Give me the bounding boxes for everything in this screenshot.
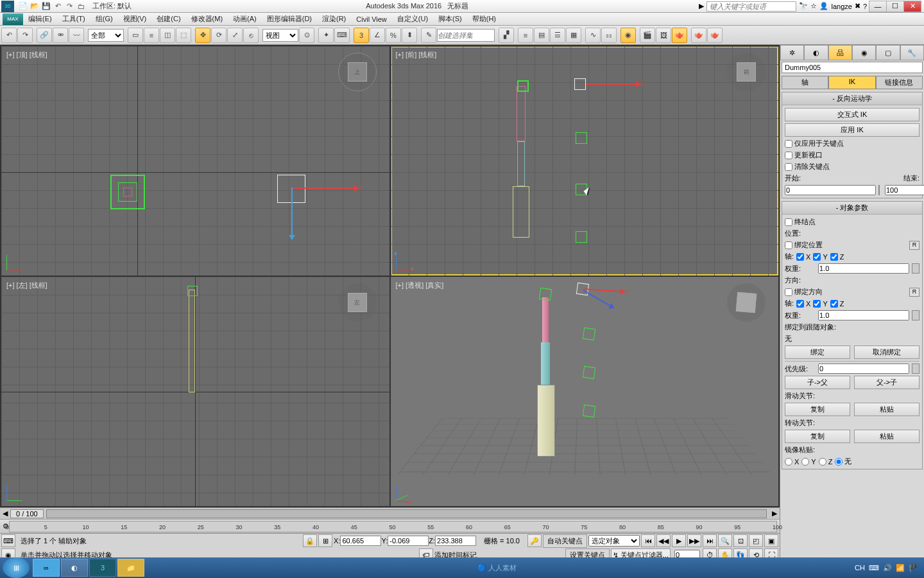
bind-space-button[interactable]: 〰	[69, 28, 84, 43]
taskbar-explorer[interactable]: 📁	[117, 559, 144, 577]
weight-pos-input[interactable]	[818, 263, 909, 274]
undo-quick-icon[interactable]: ↶	[53, 1, 63, 12]
start-button[interactable]: ⊞	[3, 557, 30, 578]
render-preset-button[interactable]: 🫖	[707, 28, 723, 43]
menu-modifiers[interactable]: 修改器(M)	[186, 13, 228, 25]
goto-start-icon[interactable]: ⏮	[641, 534, 655, 547]
tab-utilities-icon[interactable]: 🔧	[900, 45, 924, 60]
arrow-icon[interactable]: ▶	[699, 2, 704, 10]
viewport-front-label[interactable]: [+] [前] [线框]	[396, 50, 437, 60]
ribbon-button[interactable]: ▦	[566, 28, 581, 43]
viewcube-top[interactable]: 上	[338, 53, 377, 91]
reset-orient-button[interactable]: R	[909, 288, 920, 297]
select-name-button[interactable]: ≡	[144, 28, 159, 43]
x-coord-input[interactable]	[340, 536, 381, 546]
autokey-button[interactable]: 自动关键点	[543, 534, 587, 548]
taskbar-app1[interactable]: ∞	[33, 559, 60, 577]
select-rotate-button[interactable]: ⟳	[211, 28, 227, 43]
taskbar-3dsmax[interactable]: 3	[89, 559, 116, 577]
signin-icon[interactable]: 👤	[819, 2, 828, 10]
help-icon[interactable]: ?	[863, 3, 867, 10]
favorite-icon[interactable]: ☆	[810, 2, 817, 10]
help-search-input[interactable]	[706, 1, 796, 12]
prev-frame-icon[interactable]: ◀◀	[656, 534, 671, 547]
menu-customize[interactable]: 自定义(U)	[392, 13, 433, 25]
goto-end-icon[interactable]: ⏭	[703, 534, 717, 547]
mirror-z-radio[interactable]	[819, 458, 826, 466]
menu-civilview[interactable]: Civil View	[351, 14, 391, 24]
child-parent-button[interactable]: 子->父	[785, 376, 850, 389]
setkey-icon[interactable]: 🔑	[527, 534, 542, 547]
minimize-button[interactable]: —	[869, 1, 887, 12]
render-setup-button[interactable]: 🎬	[640, 28, 655, 43]
link-button[interactable]: 🔗	[37, 28, 52, 43]
layer-explorer-button[interactable]: ☰	[550, 28, 565, 43]
tab-motion-icon[interactable]: ◉	[852, 45, 876, 60]
new-icon[interactable]: 📄	[18, 1, 28, 12]
pos-x-checkbox[interactable]	[796, 253, 804, 261]
rot-paste-button[interactable]: 粘贴	[854, 430, 920, 443]
subtab-linkinfo[interactable]: 链接信息	[876, 76, 923, 89]
viewport-persp-label[interactable]: [+] [透视] [真实]	[396, 281, 444, 290]
viewport-front[interactable]: [+] [前] [线框] 前 zx	[391, 46, 779, 276]
timeslider-next[interactable]: ▶	[769, 509, 780, 518]
weight-orient-input[interactable]	[818, 310, 909, 320]
curve-editor-button[interactable]: ∿	[585, 28, 601, 43]
reset-pos-button[interactable]: R	[909, 241, 920, 250]
redo-quick-icon[interactable]: ↷	[64, 1, 74, 12]
sliding-paste-button[interactable]: 粘贴	[854, 403, 920, 416]
viewport-left[interactable]: [+] [左] [线框] 左	[1, 277, 389, 506]
binoculars-icon[interactable]: 🔭	[799, 2, 808, 10]
sliding-copy-button[interactable]: 复制	[785, 403, 850, 416]
menu-group[interactable]: 组(G)	[90, 13, 118, 25]
rot-copy-button[interactable]: 复制	[785, 430, 850, 443]
tab-display-icon[interactable]: ▢	[876, 45, 900, 60]
edit-selset-button[interactable]: ✎	[421, 28, 436, 43]
select-place-button[interactable]: ⎋	[243, 28, 259, 43]
menu-create[interactable]: 创建(C)	[151, 13, 185, 25]
unlink-button[interactable]: ⚮	[53, 28, 68, 43]
menu-tools[interactable]: 工具(T)	[57, 13, 90, 25]
close-button[interactable]: ✕	[903, 1, 921, 12]
object-name-input[interactable]	[782, 62, 923, 73]
parent-child-button[interactable]: 父->子	[854, 376, 920, 389]
weight-pos-spinner[interactable]	[912, 263, 920, 274]
rollout-ik-header[interactable]: - 反向运动学	[782, 92, 922, 105]
bind-orient-checkbox[interactable]	[785, 288, 792, 296]
apply-keys-only-checkbox[interactable]	[785, 140, 792, 148]
project-icon[interactable]: 🗀	[76, 1, 86, 12]
select-scale-button[interactable]: ⤢	[227, 28, 243, 43]
menu-animation[interactable]: 动画(A)	[228, 13, 262, 25]
viewport-top-label[interactable]: [+] [顶] [线框]	[6, 50, 47, 60]
apply-ik-button[interactable]: 应用 IK	[785, 123, 920, 137]
nav-zoom-icon[interactable]: 🔍	[718, 534, 732, 547]
start-frame-input[interactable]	[785, 185, 876, 195]
rollout-objparam-header[interactable]: - 对象参数	[782, 202, 922, 215]
start-spinner[interactable]	[878, 185, 880, 195]
select-object-button[interactable]: ▭	[128, 28, 143, 43]
undo-button[interactable]: ↶	[1, 28, 17, 43]
tray-flag-icon[interactable]: 🏴	[909, 564, 918, 572]
play-icon[interactable]: ▶	[672, 534, 686, 547]
viewport-left-label[interactable]: [+] [左] [线框]	[6, 281, 47, 290]
snap-toggle-button[interactable]: 3	[354, 28, 369, 43]
absolute-mode-icon[interactable]: ⊞	[318, 534, 332, 547]
bind-button[interactable]: 绑定	[785, 346, 850, 359]
percent-snap-button[interactable]: %	[386, 28, 401, 43]
tab-modify-icon[interactable]: ◐	[804, 45, 828, 60]
menu-rendering[interactable]: 渲染(R)	[317, 13, 351, 25]
y-coord-input[interactable]	[388, 536, 429, 546]
viewcube-front[interactable]: 前	[727, 53, 766, 91]
weight-orient-spinner[interactable]	[912, 310, 920, 320]
precedence-input[interactable]	[818, 363, 909, 374]
tab-create-icon[interactable]: ✲	[780, 45, 804, 60]
orient-z-checkbox[interactable]	[830, 300, 838, 308]
z-coord-input[interactable]	[435, 536, 476, 546]
subtab-ik[interactable]: IK	[828, 76, 875, 89]
precedence-spinner[interactable]	[912, 363, 920, 374]
align-button[interactable]: ≡	[518, 28, 533, 43]
nav-zoomregion-icon[interactable]: ▣	[764, 534, 778, 547]
mirror-none-radio[interactable]	[835, 458, 843, 466]
tray-sound-icon[interactable]: 🔊	[883, 564, 892, 572]
orient-y-checkbox[interactable]	[813, 300, 821, 308]
